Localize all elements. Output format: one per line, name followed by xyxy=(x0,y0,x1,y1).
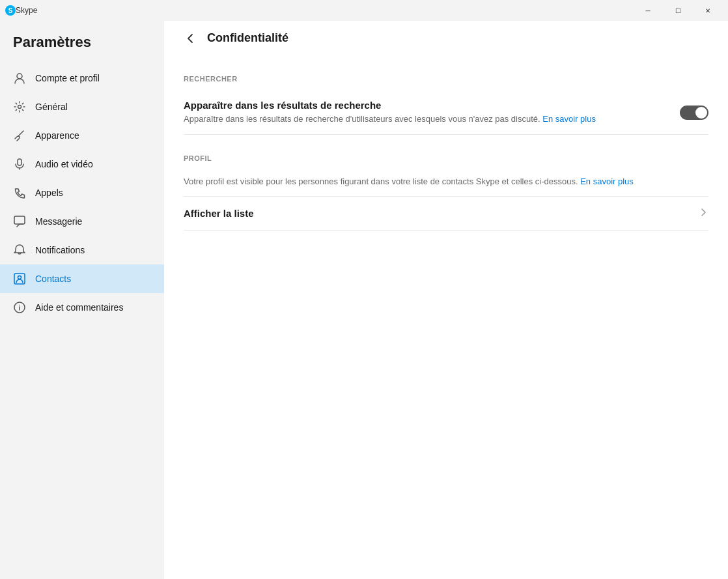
svg-rect-4 xyxy=(14,216,25,224)
sidebar-item-contacts[interactable]: Contacts xyxy=(0,264,164,293)
close-button[interactable]: ✕ xyxy=(693,0,723,21)
search-toggle[interactable] xyxy=(680,106,708,120)
sidebar-item-appels[interactable]: Appels xyxy=(0,178,164,207)
titlebar: S Skype ─ ☐ ✕ xyxy=(0,0,728,21)
setting-info-search: Apparaître dans les résultats de recherc… xyxy=(184,100,680,125)
bell-icon xyxy=(13,244,26,257)
content-body: RECHERCHER Apparaître dans les résultats… xyxy=(164,55,728,579)
minimize-button[interactable]: ─ xyxy=(633,0,663,21)
sidebar-label-compte: Compte et profil xyxy=(35,73,100,83)
mic-icon xyxy=(13,158,26,171)
sidebar: Paramètres Compte et profil Général xyxy=(0,21,164,579)
page-title: Confidentialité xyxy=(207,31,288,45)
sidebar-item-apparence[interactable]: Apparence xyxy=(0,121,164,150)
brush-icon xyxy=(13,129,26,142)
sidebar-label-contacts: Contacts xyxy=(35,274,71,284)
back-button[interactable] xyxy=(184,32,197,45)
setting-row-search: Apparaître dans les résultats de recherc… xyxy=(184,91,708,135)
window-controls: ─ ☐ ✕ xyxy=(633,0,723,21)
phone-icon xyxy=(13,186,26,199)
afficher-liste-title: Afficher la liste xyxy=(184,208,254,219)
setting-desc-search: Apparaître dans les résultats de recherc… xyxy=(184,113,667,125)
content-area: Confidentialité RECHERCHER Apparaître da… xyxy=(164,21,728,579)
app-body: Paramètres Compte et profil Général xyxy=(0,21,728,579)
chevron-right-icon xyxy=(698,207,708,219)
info-icon xyxy=(13,301,26,314)
toggle-track xyxy=(680,106,708,120)
svg-point-0 xyxy=(17,74,22,79)
app-title: Skype xyxy=(16,6,633,15)
setting-title-search: Apparaître dans les résultats de recherc… xyxy=(184,100,667,111)
sidebar-item-aide[interactable]: Aide et commentaires xyxy=(0,293,164,322)
sidebar-item-compte[interactable]: Compte et profil xyxy=(0,64,164,92)
sidebar-label-aide: Aide et commentaires xyxy=(35,302,123,313)
sidebar-label-appels: Appels xyxy=(35,188,63,198)
content-header: Confidentialité xyxy=(164,21,728,55)
sidebar-label-messagerie: Messagerie xyxy=(35,216,82,227)
sidebar-title: Paramètres xyxy=(0,34,164,64)
app-icon: S xyxy=(5,5,16,16)
toggle-thumb xyxy=(695,107,707,119)
person-icon xyxy=(13,72,26,85)
afficher-liste-row[interactable]: Afficher la liste xyxy=(184,197,708,231)
contacts-icon xyxy=(13,272,26,285)
sidebar-item-notifications[interactable]: Notifications xyxy=(0,236,164,264)
sidebar-label-apparence: Apparence xyxy=(35,130,79,141)
sidebar-item-general[interactable]: Général xyxy=(0,92,164,121)
profile-learn-more-link[interactable]: En savoir plus xyxy=(580,177,634,186)
sidebar-item-audio[interactable]: Audio et vidéo xyxy=(0,150,164,178)
svg-point-6 xyxy=(18,276,21,279)
section-label-profil: PROFIL xyxy=(184,154,708,162)
search-learn-more-link[interactable]: En savoir plus xyxy=(542,114,596,124)
chat-icon xyxy=(13,215,26,228)
gear-icon xyxy=(13,100,26,113)
section-label-rechercher: RECHERCHER xyxy=(184,75,708,83)
maximize-button[interactable]: ☐ xyxy=(663,0,693,21)
sidebar-label-audio: Audio et vidéo xyxy=(35,159,93,169)
svg-point-9 xyxy=(19,305,20,306)
sidebar-label-general: Général xyxy=(35,102,68,112)
profile-description: Votre profil est visible pour les person… xyxy=(184,170,708,197)
svg-point-1 xyxy=(18,106,21,109)
sidebar-label-notifications: Notifications xyxy=(35,245,85,255)
sidebar-item-messagerie[interactable]: Messagerie xyxy=(0,207,164,236)
svg-rect-2 xyxy=(18,159,21,165)
